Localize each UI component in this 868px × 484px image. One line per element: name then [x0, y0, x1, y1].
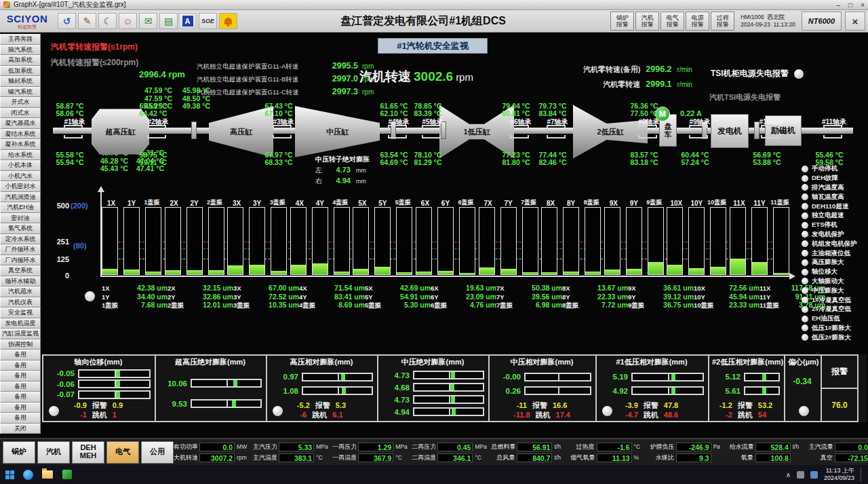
gauge-bar	[744, 373, 780, 381]
sidebar-item-氢气系统[interactable]: 氢气系统	[0, 223, 41, 234]
folder-icon[interactable]	[41, 469, 54, 480]
sidebar-item-小机汽水[interactable]: 小机汽水	[0, 171, 41, 182]
vibration-readout-group: 6X19.63 um6Y23.09 um6盖振4.76 um	[431, 284, 496, 310]
vibration-bar	[688, 207, 705, 275]
sidebar-item-小机本体[interactable]: 小机本体	[0, 160, 41, 171]
sidebar-item-抽汽系统[interactable]: 抽汽系统	[0, 45, 41, 56]
windows-taskbar: ∧ 11:13 上午 2024/09/23	[0, 465, 868, 484]
sidebar-item-厂外循环水[interactable]: 厂外循环水	[0, 244, 41, 255]
vibration-bar	[227, 207, 243, 275]
tab-DEHMEH[interactable]: DEH MEH	[72, 441, 104, 464]
alarm-button-电气[interactable]: 电气报警	[660, 12, 684, 31]
vibration-group: 7X7Y7盖振	[479, 193, 538, 275]
trend-icon[interactable]: ☾	[98, 13, 117, 29]
vibration-bar	[396, 207, 412, 275]
panel-lamp	[49, 406, 59, 416]
sidebar-item-汽机EH油[interactable]: 汽机EH油	[0, 202, 41, 213]
browser-icon[interactable]	[22, 469, 34, 480]
sidebar-item-备用[interactable]: 备用	[0, 403, 41, 413]
expansion-panel: 中压相对膨胀(mm)-0.000.26-11报警16.6-11.8跳机17.4	[488, 354, 597, 422]
vibration-readout-group: 9X36.61 um9Y39.12 um9盖振36.75 um	[628, 284, 694, 310]
sidebar-item-汽机润滑油[interactable]: 汽机润滑油	[0, 192, 41, 203]
gauge-value: -0.06	[46, 380, 75, 388]
alarm-button-电源[interactable]: 电源报警	[686, 12, 709, 31]
network-icon[interactable]	[810, 471, 818, 479]
sidebar-item-高加系统[interactable]: 高加系统	[0, 55, 41, 66]
tray-expand-icon[interactable]: ∧	[786, 471, 791, 479]
show-desktop-button[interactable]	[861, 468, 863, 481]
alarm-button-锅炉[interactable]: 锅炉报警	[610, 12, 634, 31]
gauge-value: 0.26	[492, 387, 521, 395]
sidebar-item-主再旁路[interactable]: 主再旁路	[0, 34, 41, 45]
cards-icon[interactable]: ▤	[159, 13, 178, 29]
sidebar-item-开式水[interactable]: 开式水	[0, 97, 41, 108]
sidebar-item-协调控制[interactable]: 协调控制	[0, 339, 41, 350]
sidebar-item-备用[interactable]: 备用	[0, 413, 41, 424]
panel-title: 超高压绝对膨胀(mm)	[159, 357, 262, 367]
vibration-group: 4X4Y4盖振	[290, 193, 350, 275]
vibration-group: 3X3Y3盖振	[227, 193, 287, 275]
alarm-button-过程[interactable]: 过程报警	[711, 12, 734, 31]
vibration-bar	[710, 207, 726, 275]
sidebar-item-备用[interactable]: 备用	[0, 350, 41, 360]
status-cell-给水流量: 给水流量528.4t/h	[730, 443, 809, 451]
toolbar-close-icon[interactable]: ×	[845, 12, 865, 31]
trip-alarm-item: 排汽温度高	[802, 183, 857, 193]
tools-icon[interactable]: ✎	[78, 13, 96, 29]
start-button[interactable]	[5, 470, 14, 479]
tab-公用[interactable]: 公用	[141, 441, 174, 464]
tab-锅炉[interactable]: 锅炉	[3, 441, 35, 464]
tray-icon[interactable]	[797, 471, 804, 479]
sidebar-item-关闭[interactable]: 关闭	[0, 424, 41, 434]
sidebar-item-轴封系统[interactable]: 轴封系统	[0, 76, 41, 87]
sidebar-item-安全监视[interactable]: 安全监视	[0, 308, 41, 318]
tab-汽机[interactable]: 汽机	[37, 441, 70, 464]
sidebar-item-真空系统[interactable]: 真空系统	[0, 265, 41, 276]
status-cell-过热度: 过热度-1.6°C	[570, 443, 650, 451]
soe-icon[interactable]: SOE	[199, 13, 217, 29]
mail-icon[interactable]: ✉	[139, 13, 157, 29]
sidebar-item-定冷水系统[interactable]: 定冷水系统	[0, 234, 41, 245]
gauge-value: 4.92	[599, 387, 628, 395]
sidebar-item-汽机仪表[interactable]: 汽机仪表	[0, 297, 41, 308]
hmi-info: HMI1006 西北院 2024-09-23 11:13:20	[736, 14, 800, 28]
status-cell-主汽流量: 主汽流量0.0t/h	[809, 443, 868, 451]
alarm-bell-icon[interactable]	[219, 13, 237, 29]
sidebar-item-循环水辅助[interactable]: 循环水辅助	[0, 276, 41, 287]
sidebar-item-发电机温度[interactable]: 发电机温度	[0, 318, 41, 329]
sync-icon[interactable]: ↺	[58, 13, 76, 29]
sidebar-item-低加系统[interactable]: 低加系统	[0, 66, 41, 77]
sidebar-item-备用[interactable]: 备用	[0, 392, 41, 403]
sidebar-item-凝结水系统[interactable]: 凝结水系统	[0, 129, 41, 140]
trip-alarm-item: 低压2#膨胀大	[802, 333, 857, 342]
vibration-readout-group: 1X42.38 um1Y34.40 um1盖振7.68 um	[102, 284, 167, 310]
sidebar-item-给水系统[interactable]: 给水系统	[0, 150, 41, 161]
sidebar-item-备用[interactable]: 备用	[0, 381, 41, 392]
vibration-bar	[626, 207, 642, 275]
sidebar-item-凝汽器疏水[interactable]: 凝汽器疏水	[0, 118, 41, 129]
nt6000-badge: NT6000	[802, 12, 842, 31]
sidebar-item-备用[interactable]: 备用	[0, 371, 41, 381]
graphx-taskbar-icon[interactable]	[61, 469, 73, 480]
alarm-button-汽机[interactable]: 汽机报警	[635, 12, 659, 31]
alarm-lamp	[802, 212, 808, 219]
panel-title: #1低压相对膨胀(mm)	[599, 357, 704, 367]
y-tick-label: 0	[49, 272, 69, 280]
sidebar-item-闭式水[interactable]: 闭式水	[0, 108, 41, 119]
sidebar-item-备用[interactable]: 备用	[0, 360, 41, 371]
sidebar-item-汽机疏水[interactable]: 汽机疏水	[0, 286, 41, 297]
sidebar-item-辅汽系统[interactable]: 辅汽系统	[0, 87, 41, 98]
maximize-button[interactable]: □	[848, 1, 852, 9]
sidebar-item-密封油[interactable]: 密封油	[0, 213, 41, 224]
sidebar-item-小机密封水[interactable]: 小机密封水	[0, 181, 41, 192]
sidebar-item-汽缸温度监视[interactable]: 汽缸温度监视	[0, 329, 41, 339]
close-button[interactable]: ×	[861, 1, 865, 9]
font-icon[interactable]: A	[178, 13, 197, 29]
taskbar-clock[interactable]: 11:13 上午 2024/09/23	[824, 467, 854, 483]
sidebar-item-厂内循环水[interactable]: 厂内循环水	[0, 255, 41, 266]
vibration-bar	[604, 207, 620, 275]
sidebar-item-凝补水系统[interactable]: 凝补水系统	[0, 139, 41, 150]
operator-icon[interactable]: ☺	[119, 13, 137, 29]
tab-电气[interactable]: 电气	[106, 441, 139, 464]
minimize-button[interactable]: –	[837, 1, 841, 9]
